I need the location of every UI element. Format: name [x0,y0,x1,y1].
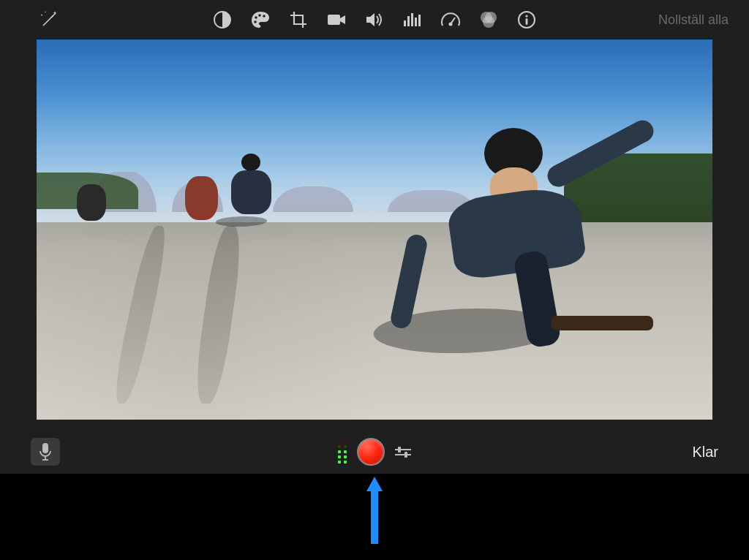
crop-icon[interactable] [286,7,311,32]
editor-panel: Nollställ alla [0,0,749,474]
bottom-toolbar: Klar [0,430,749,474]
callout-arrow [365,474,384,547]
equalizer-icon[interactable] [400,7,425,32]
svg-rect-9 [407,16,410,26]
svg-point-14 [450,23,452,26]
svg-rect-8 [404,20,406,26]
palette-icon[interactable] [248,7,273,32]
magic-wand-icon[interactable] [37,7,61,32]
voiceover-options-button[interactable] [395,449,411,455]
svg-point-19 [525,15,527,17]
speedometer-icon[interactable] [438,7,463,32]
audio-level-meter [338,440,347,463]
svg-rect-11 [415,18,417,26]
record-button[interactable] [357,438,385,466]
svg-point-5 [263,15,266,18]
toolbar-center [210,7,539,32]
done-button[interactable]: Klar [692,444,718,461]
video-preview [37,39,712,420]
info-icon[interactable] [514,7,539,32]
svg-point-6 [254,20,257,23]
svg-rect-20 [526,18,528,25]
filter-overlap-icon[interactable] [476,7,501,32]
reset-all-button: Nollställ alla [652,10,734,31]
volume-icon[interactable] [362,7,387,32]
svg-point-3 [255,16,257,19]
svg-rect-10 [411,13,413,26]
camera-icon[interactable] [324,7,349,32]
top-toolbar: Nollställ alla [0,0,749,39]
svg-point-17 [483,16,494,28]
record-controls [338,438,411,466]
microphone-button[interactable] [31,438,60,466]
svg-rect-7 [328,15,340,25]
svg-rect-21 [42,443,48,453]
svg-point-4 [258,14,261,17]
contrast-icon[interactable] [210,7,235,32]
svg-rect-12 [418,15,421,26]
